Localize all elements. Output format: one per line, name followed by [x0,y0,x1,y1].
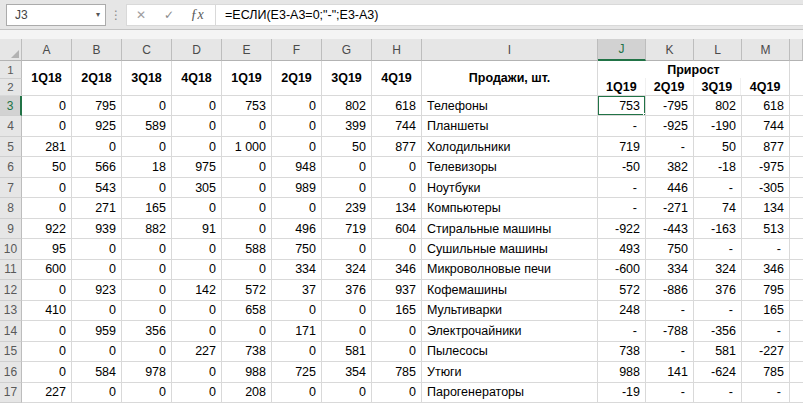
cell-I10[interactable]: Сушильные машины [422,239,598,259]
column-header-H[interactable]: H [372,39,422,61]
cell-K5[interactable]: - [646,137,694,157]
cell-N6[interactable] [790,157,803,177]
cell-C10[interactable]: 0 [122,239,172,259]
cell-B17[interactable]: 0 [72,383,122,403]
cell-H8[interactable]: 134 [372,198,422,218]
sales-header[interactable]: Продажи, шт. [422,61,598,96]
cell-F17[interactable]: 0 [272,383,322,403]
cell-N8[interactable] [790,198,803,218]
cell-M10[interactable]: - [742,239,790,259]
cell-G6[interactable]: 0 [322,157,372,177]
column-header-K[interactable]: K [646,39,694,61]
cell-E4[interactable]: 0 [222,116,272,136]
cell-D7[interactable]: 305 [172,178,222,198]
cell-H4[interactable]: 744 [372,116,422,136]
cell-C3[interactable]: 0 [122,96,172,116]
cell-D13[interactable]: 0 [172,301,222,321]
cell-A5[interactable]: 281 [22,137,72,157]
cell-J6[interactable]: -50 [598,157,646,177]
column-header-D[interactable]: D [172,39,222,61]
cell-L10[interactable]: - [694,239,742,259]
row-header-14[interactable]: 14 [0,321,22,341]
cell-N11[interactable] [790,260,803,280]
cell-A8[interactable]: 0 [22,198,72,218]
cell-D11[interactable]: 0 [172,260,222,280]
cell-H9[interactable]: 604 [372,219,422,239]
name-box-dropdown-icon[interactable]: ▾ [96,11,100,19]
row-header-3[interactable]: 3 [0,96,22,116]
cell-F14[interactable]: 171 [272,321,322,341]
cell-G4[interactable]: 399 [322,116,372,136]
cell-L7[interactable]: - [694,178,742,198]
cell-I3[interactable]: Телефоны [422,96,598,116]
cell-B5[interactable]: 0 [72,137,122,157]
cell-E8[interactable]: 0 [222,198,272,218]
cell-B11[interactable]: 0 [72,260,122,280]
cell-B15[interactable]: 0 [72,342,122,362]
cell-B8[interactable]: 271 [72,198,122,218]
cell-I15[interactable]: Пылесосы [422,342,598,362]
row-header-12[interactable]: 12 [0,280,22,300]
cell-M7[interactable]: -305 [742,178,790,198]
cell-I5[interactable]: Холодильники [422,137,598,157]
row-header-1[interactable]: 1 [0,61,22,79]
cell-H11[interactable]: 346 [372,260,422,280]
row-header-7[interactable]: 7 [0,178,22,198]
cell-N15[interactable] [790,342,803,362]
cell-B4[interactable]: 925 [72,116,122,136]
cell-K9[interactable]: -443 [646,219,694,239]
growth-subheader-3[interactable]: 4Q19 [741,78,789,95]
cell-B9[interactable]: 939 [72,219,122,239]
cell-A13[interactable]: 410 [22,301,72,321]
cell-L6[interactable]: -18 [694,157,742,177]
column-header-A[interactable]: A [22,39,72,61]
cell-D12[interactable]: 142 [172,280,222,300]
cell-B13[interactable]: 0 [72,301,122,321]
cell-A9[interactable]: 922 [22,219,72,239]
cell-N12[interactable] [790,280,803,300]
cell-L3[interactable]: 802 [694,96,742,116]
cell-I13[interactable]: Мультиварки [422,301,598,321]
cell-A12[interactable]: 0 [22,280,72,300]
cell-I6[interactable]: Телевизоры [422,157,598,177]
cell-D4[interactable]: 0 [172,116,222,136]
cell-J5[interactable]: 719 [598,137,646,157]
cell-M9[interactable]: 513 [742,219,790,239]
cell-F7[interactable]: 989 [272,178,322,198]
cell-L4[interactable]: -190 [694,116,742,136]
cell-A3[interactable]: 0 [22,96,72,116]
cell-D8[interactable]: 0 [172,198,222,218]
cell-E14[interactable]: 0 [222,321,272,341]
cell-E9[interactable]: 0 [222,219,272,239]
cell-F9[interactable]: 496 [272,219,322,239]
enter-icon[interactable]: ✓ [155,8,183,22]
row-header-2[interactable]: 2 [0,79,22,96]
cell-M15[interactable]: -227 [742,342,790,362]
cell-E7[interactable]: 0 [222,178,272,198]
quarter-header-1[interactable]: 2Q18 [72,61,122,96]
quarter-header-3[interactable]: 4Q18 [172,61,222,96]
formula-input[interactable]: =ЕСЛИ(E3-A3=0;"-";E3-A3) [225,8,378,22]
cell-J4[interactable]: - [598,116,646,136]
cell-D3[interactable]: 0 [172,96,222,116]
cell-D6[interactable]: 975 [172,157,222,177]
cell-L17[interactable]: - [694,383,742,403]
cell-H15[interactable]: 0 [372,342,422,362]
cell-K11[interactable]: 334 [646,260,694,280]
cell-H6[interactable]: 0 [372,157,422,177]
column-header-G[interactable]: G [322,39,372,61]
cell-A4[interactable]: 0 [22,116,72,136]
cell-A10[interactable]: 95 [22,239,72,259]
cell-C8[interactable]: 165 [122,198,172,218]
cell-M8[interactable]: 134 [742,198,790,218]
cell-F5[interactable]: 0 [272,137,322,157]
cell-M4[interactable]: 744 [742,116,790,136]
cell-F4[interactable]: 0 [272,116,322,136]
cell-A7[interactable]: 0 [22,178,72,198]
cell-M11[interactable]: 346 [742,260,790,280]
cell-M13[interactable]: 165 [742,301,790,321]
cell-E10[interactable]: 588 [222,239,272,259]
cell-J17[interactable]: -19 [598,383,646,403]
cell-I8[interactable]: Компьютеры [422,198,598,218]
name-box[interactable]: J3 ▾ [6,4,106,26]
